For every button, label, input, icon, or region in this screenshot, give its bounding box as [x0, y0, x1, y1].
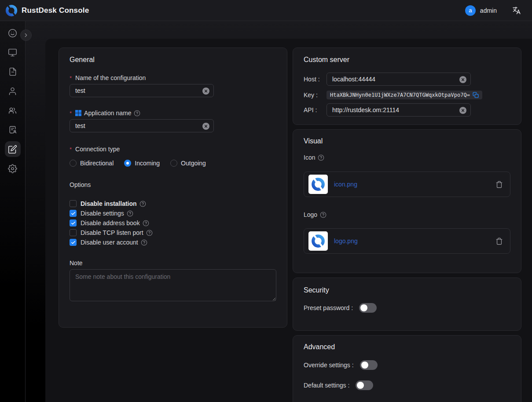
clear-host-icon[interactable] — [459, 76, 466, 83]
logo-label: Logo — [304, 211, 510, 218]
logo-file-thumbnail — [308, 231, 328, 251]
override-settings-row: Override settings : — [304, 360, 510, 370]
sidebar-item-configurations[interactable] — [3, 139, 22, 159]
override-settings-toggle[interactable] — [360, 360, 378, 370]
name-input-wrap — [70, 84, 214, 97]
host-input-wrap — [327, 73, 471, 86]
clear-app-name-icon[interactable] — [202, 123, 209, 130]
preset-password-toggle[interactable] — [359, 303, 377, 313]
radio-incoming[interactable]: Incoming — [124, 160, 160, 167]
api-input[interactable] — [327, 106, 470, 113]
rustdesk-logo-icon — [5, 4, 18, 17]
right-column: Custom server Host : Key : HtaXBkJNHy — [293, 48, 521, 402]
help-icon[interactable] — [146, 230, 153, 236]
advanced-card: Advanced Override settings : Default set… — [293, 335, 521, 402]
options-label: Options — [70, 181, 276, 188]
help-icon[interactable] — [139, 201, 146, 207]
icon-help-icon[interactable] — [318, 154, 324, 161]
chevron-right-icon — [23, 32, 29, 38]
name-field-label: Name of the configuration — [70, 74, 276, 81]
sidebar-item-groups[interactable] — [3, 101, 22, 120]
edit-icon — [8, 145, 17, 154]
options-list: Disable installation Disable settings Di… — [70, 199, 276, 247]
icon-file-row: icon.png — [304, 172, 510, 197]
help-icon[interactable] — [141, 239, 147, 246]
connection-type-label: Connection type — [70, 146, 276, 153]
app-help-icon[interactable] — [134, 110, 140, 117]
radio-outgoing[interactable]: Outgoing — [170, 160, 206, 167]
checkbox[interactable] — [70, 239, 77, 246]
users-group-icon — [8, 106, 17, 115]
general-card: General Name of the configuration Applic… — [59, 48, 287, 328]
api-label: API : — [304, 106, 327, 113]
sidebar — [0, 21, 26, 402]
radio-dot[interactable] — [70, 160, 77, 167]
document-user-icon — [8, 125, 17, 134]
icon-file-link[interactable]: icon.png — [334, 181, 357, 188]
radio-dot[interactable] — [124, 160, 131, 167]
sidebar-item-address-books[interactable] — [3, 120, 22, 139]
icon-label: Icon — [304, 154, 510, 161]
checkbox[interactable] — [70, 229, 77, 236]
checkbox[interactable] — [70, 200, 77, 207]
checkbox-disable-user-account[interactable]: Disable user account — [70, 238, 276, 247]
monitor-icon — [8, 48, 17, 57]
windows-icon — [75, 110, 81, 116]
sidebar-item-dashboard[interactable] — [3, 23, 22, 43]
radio-bidirectional[interactable]: Bidirectional — [70, 160, 114, 167]
override-settings-label: Override settings : — [304, 362, 354, 369]
visual-title: Visual — [304, 137, 510, 145]
avatar[interactable]: a — [465, 5, 476, 16]
app-name-input[interactable] — [70, 122, 213, 129]
key-label: Key : — [304, 91, 327, 99]
custom-server-card: Custom server Host : Key : HtaXBkJNHy — [293, 48, 521, 125]
checkbox-disable-tcp-listen-port[interactable]: Disable TCP listen port — [70, 228, 276, 238]
app-input-wrap — [70, 119, 214, 132]
translate-icon[interactable] — [512, 6, 521, 15]
default-settings-label: Default settings : — [304, 382, 349, 389]
help-icon[interactable] — [127, 210, 133, 217]
note-textarea[interactable] — [70, 269, 276, 301]
sidebar-item-users[interactable] — [3, 81, 22, 101]
logo-file-link[interactable]: logo.png — [334, 238, 358, 245]
topbar: RustDesk Console a admin — [0, 0, 532, 21]
app-field-label: Application name — [70, 110, 276, 117]
icon-file-thumbnail — [308, 175, 328, 194]
api-input-wrap — [327, 103, 471, 117]
main-content: General Name of the configuration Applic… — [26, 21, 532, 402]
checkbox[interactable] — [70, 219, 77, 227]
preset-password-label: Preset password : — [304, 304, 353, 311]
sidebar-item-settings[interactable] — [3, 159, 22, 178]
file-text-icon — [8, 67, 17, 76]
clear-name-icon[interactable] — [202, 88, 209, 95]
checkbox-disable-settings[interactable]: Disable settings — [70, 208, 276, 218]
radio-dot[interactable] — [170, 160, 177, 167]
user-name: admin — [480, 7, 497, 14]
user-menu[interactable]: a admin — [465, 5, 497, 16]
host-input[interactable] — [327, 76, 470, 83]
copy-key-icon[interactable] — [473, 92, 479, 98]
default-settings-toggle[interactable] — [356, 380, 373, 390]
host-label: Host : — [304, 76, 327, 83]
connection-type-group: Bidirectional Incoming Outgoing — [70, 160, 276, 167]
clear-api-icon[interactable] — [459, 107, 466, 114]
delete-icon-trash-icon[interactable] — [495, 181, 503, 188]
name-input[interactable] — [70, 87, 213, 94]
sidebar-item-devices[interactable] — [3, 43, 22, 62]
sidebar-expand-button[interactable] — [20, 29, 32, 41]
checkbox-disable-address-book[interactable]: Disable address book — [70, 218, 276, 228]
page-panel: General Name of the configuration Applic… — [45, 39, 532, 402]
delete-logo-trash-icon[interactable] — [495, 238, 503, 245]
advanced-title: Advanced — [304, 343, 510, 351]
logo-file-row: logo.png — [304, 228, 510, 254]
checkbox[interactable] — [70, 210, 77, 217]
help-icon[interactable] — [143, 220, 149, 227]
checkbox-disable-installation[interactable]: Disable installation — [70, 199, 276, 208]
visual-card: Visual Icon — [293, 129, 521, 273]
sidebar-item-audit[interactable] — [3, 62, 22, 81]
server-key: HtaXBkJNHyn0e1U1jWXze7A7CN7QTGWqxkOtpaVp… — [327, 91, 482, 99]
custom-server-title: Custom server — [304, 56, 510, 64]
security-card: Security Preset password : — [293, 278, 521, 331]
logo-help-icon[interactable] — [320, 212, 327, 218]
user-icon — [8, 87, 17, 96]
